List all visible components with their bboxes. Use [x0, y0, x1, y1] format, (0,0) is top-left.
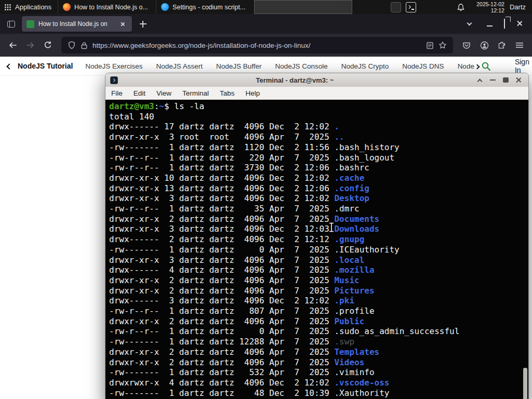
- browser-navbar: https://www.geeksforgeeks.org/node-js/in…: [0, 34, 532, 57]
- terminal-ls-line: -rw-r--r-- 1 dartz dartz 220 Apr 7 2025 …: [109, 153, 521, 163]
- back-button[interactable]: [4, 37, 21, 54]
- window-restore-button[interactable]: [504, 19, 505, 29]
- firefox-view-button[interactable]: [4, 17, 18, 31]
- scrollbar-thumb[interactable]: [523, 368, 527, 399]
- extensions-button[interactable]: [494, 37, 510, 54]
- terminal-ls-line: -rw-r--r-- 1 dartz dartz 35 Apr 7 2025 .…: [109, 204, 521, 214]
- terminal-ls-line: drwxr-xr-x 3 dartz dartz 4096 Dec 2 12:0…: [109, 224, 521, 234]
- terminal-minimize-button[interactable]: [487, 75, 498, 85]
- scroll-left-button[interactable]: [7, 61, 11, 71]
- terminal-menubar: File Edit View Terminal Tabs Help: [105, 87, 528, 100]
- taskbar-item-terminal[interactable]: Terminal - dartz@vm3: ~: [254, 0, 352, 14]
- terminal-ls-line: -rw------- 1 dartz dartz 0 Apr 7 2025 .I…: [109, 245, 521, 255]
- tray-window-icon[interactable]: [391, 2, 401, 12]
- window-close-button[interactable]: [516, 19, 523, 29]
- search-button[interactable]: [481, 61, 491, 71]
- firefox-icon: [63, 3, 71, 11]
- terminal-content[interactable]: dartz@vm3:~$ ls -latotal 140drwx------ 1…: [105, 100, 528, 399]
- terminal-ls-line: -rw-r--r-- 1 dartz dartz 807 Apr 7 2025 …: [109, 306, 521, 316]
- navstrip-item-active[interactable]: NodeJS Tutorial: [18, 62, 73, 70]
- desktop: Applications How to Install Node.js o...…: [0, 0, 532, 399]
- navstrip-item[interactable]: NodeJS Assert: [156, 62, 203, 70]
- terminal-scrollbar[interactable]: [522, 100, 528, 399]
- chevron-up-icon: [477, 78, 482, 84]
- tab-close-button[interactable]: [118, 19, 127, 29]
- list-all-tabs-button[interactable]: [463, 18, 475, 30]
- terminal-ls-line: drwxr-xr-x 2 dartz dartz 4096 Apr 7 2025…: [109, 357, 521, 368]
- menu-tabs[interactable]: Tabs: [220, 89, 235, 97]
- url-bar[interactable]: https://www.geeksforgeeks.org/node-js/in…: [61, 37, 453, 54]
- terminal-ls-line: drwx------ 3 dartz dartz 4096 Dec 2 12:0…: [109, 296, 521, 306]
- system-panel: Applications How to Install Node.js o...…: [0, 0, 532, 14]
- applications-icon: [4, 4, 11, 11]
- notifications-button[interactable]: [457, 0, 465, 14]
- forward-button[interactable]: [22, 37, 38, 54]
- terminal-app-icon: [110, 76, 118, 84]
- terminal-prompt-line: dartz@vm3:~$ ls -la: [109, 101, 521, 112]
- terminal-ls-line: drwx------ 4 dartz dartz 4096 Apr 7 2025…: [109, 265, 521, 275]
- navstrip-item[interactable]: NodeJS Console: [275, 62, 327, 70]
- navstrip-item[interactable]: NodeJS Exercises: [85, 62, 142, 70]
- menu-view[interactable]: View: [156, 89, 171, 97]
- navstrip-item[interactable]: NodeJS Crypto: [341, 62, 389, 70]
- bookmark-star-icon[interactable]: [438, 41, 447, 49]
- close-icon: [516, 20, 523, 26]
- terminal-output: dartz@vm3:~$ ls -latotal 140drwx------ 1…: [109, 101, 521, 399]
- window-controls: [480, 19, 528, 29]
- pocket-icon: [462, 42, 471, 49]
- plus-icon: [140, 21, 147, 28]
- pocket-button[interactable]: [458, 37, 475, 54]
- browser-tab-active[interactable]: How to Install Node.js on: [22, 16, 132, 32]
- firefox-view-icon: [7, 21, 15, 28]
- close-icon: [515, 77, 522, 83]
- applications-label: Applications: [15, 3, 51, 11]
- terminal-ls-line: -rw-r--r-- 1 dartz dartz 0 Apr 7 2025 .s…: [109, 326, 521, 337]
- terminal-ls-line: -rw------- 1 dartz dartz 1120 Dec 2 11:5…: [109, 142, 521, 153]
- tab-title: How to Install Node.js on: [38, 20, 114, 28]
- new-tab-button[interactable]: [136, 17, 150, 31]
- menu-file[interactable]: File: [111, 89, 123, 97]
- terminal-shade-button[interactable]: [474, 75, 485, 85]
- terminal-ls-line: drwxr-xr-x 2 dartz dartz 4096 Apr 7 2025…: [109, 286, 521, 296]
- reload-icon: [44, 41, 52, 49]
- mouse-cursor-ibeam: [328, 222, 335, 234]
- taskbar-item-browser[interactable]: How to Install Node.js o...: [58, 0, 156, 14]
- navstrip-item[interactable]: NodeJS DNS: [402, 62, 444, 70]
- terminal-titlebar[interactable]: Terminal - dartz@vm3: ~: [105, 73, 528, 87]
- terminal-ls-line: drwxr-xr-x 3 dartz dartz 4096 Apr 7 2025…: [109, 255, 521, 265]
- menu-button[interactable]: [511, 37, 528, 54]
- window-minimize-button[interactable]: [487, 19, 493, 29]
- browser-tab-bar: How to Install Node.js on: [0, 14, 532, 34]
- terminal-ls-line: drwxr-xr-x 3 dartz dartz 4096 Dec 2 12:0…: [109, 193, 521, 204]
- terminal-close-button[interactable]: [513, 75, 524, 85]
- reload-button[interactable]: [39, 37, 56, 54]
- terminal-ls-line: -rw------- 1 dartz dartz 532 Apr 7 2025 …: [109, 367, 521, 378]
- minimize-icon: [487, 25, 493, 26]
- panel-username[interactable]: Dartz: [510, 0, 532, 14]
- tray-terminal-icon[interactable]: [406, 2, 416, 12]
- bell-icon: [457, 3, 465, 11]
- clock[interactable]: 2025-12-02 12:12: [471, 0, 510, 14]
- menu-help[interactable]: Help: [246, 89, 260, 97]
- taskbar-item-codium[interactable]: Settings - codium script...: [156, 0, 254, 14]
- taskbar-item-label: How to Install Node.js o...: [74, 4, 148, 11]
- account-button[interactable]: [476, 37, 493, 54]
- applications-menu[interactable]: Applications: [0, 0, 58, 14]
- sign-in-button[interactable]: Sign In: [515, 58, 529, 74]
- search-icon: [481, 61, 491, 71]
- terminal-maximize-button[interactable]: [500, 75, 511, 85]
- navstrip-item[interactable]: Node: [458, 62, 474, 70]
- scroll-right-button[interactable]: [475, 61, 479, 71]
- reader-mode-icon[interactable]: [426, 42, 434, 49]
- lock-icon: [81, 42, 88, 49]
- maximize-icon: [503, 77, 509, 83]
- terminal-ls-line: drwxr-xr-x 10 dartz dartz 4096 Dec 2 12:…: [109, 173, 521, 183]
- menu-edit[interactable]: Edit: [134, 89, 145, 97]
- terminal-ls-line: drwxr-xr-x 2 dartz dartz 4096 Apr 7 2025…: [109, 275, 521, 286]
- chevron-down-icon: [467, 21, 472, 26]
- terminal-window: Terminal - dartz@vm3: ~ File Edit View T…: [105, 73, 529, 399]
- navstrip-item[interactable]: NodeJS Buffer: [216, 62, 262, 70]
- terminal-ls-line: -rw------- 1 dartz dartz 12288 Apr 7 202…: [109, 337, 521, 347]
- menu-terminal[interactable]: Terminal: [182, 89, 209, 97]
- terminal-ls-line: -rw------- 1 dartz dartz 48 Dec 2 10:39 …: [109, 388, 521, 398]
